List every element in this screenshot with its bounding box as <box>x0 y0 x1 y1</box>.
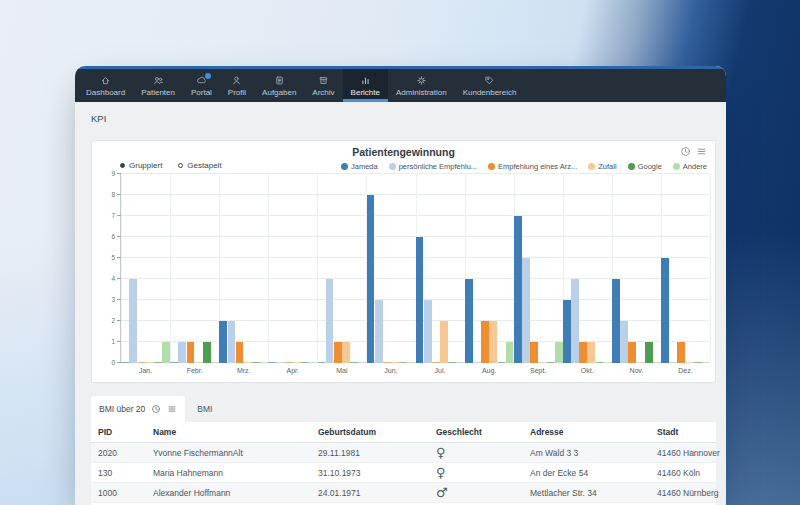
bar-Andere-Okt.[interactable] <box>604 362 612 363</box>
bar-Zufall-Jun.[interactable] <box>391 362 399 363</box>
bar-persönliche Empfehlu...-Aug.[interactable] <box>473 362 481 363</box>
bar-Google-Jun.[interactable] <box>399 362 407 363</box>
bar-Zufall-Mrz.[interactable] <box>244 362 252 363</box>
bar-Zufall-Jul.[interactable] <box>440 321 448 363</box>
table-row[interactable]: 1000 Alexander Hoffmann 24.01.1971 ♂ Met… <box>91 483 716 503</box>
bar-Empfehlung eines Arz...-Mai[interactable] <box>334 342 342 363</box>
legend-item[interactable]: persönliche Empfehlu... <box>389 162 477 171</box>
bar-Jameda-Aug.[interactable] <box>465 279 473 363</box>
menu-button[interactable] <box>696 146 707 157</box>
mode-option-gestapelt[interactable]: Gestapelt <box>178 161 221 170</box>
cell-geburtsdatum: 24.01.1971 <box>318 488 436 498</box>
bar-Andere-Sept.[interactable] <box>555 342 563 363</box>
bar-Andere-Mai[interactable] <box>358 362 366 363</box>
bar-persönliche Empfehlu...-Nov.[interactable] <box>620 321 628 363</box>
bar-persönliche Empfehlu...-Mrz.[interactable] <box>228 321 236 363</box>
bar-Empfehlung eines Arz...-Jul.[interactable] <box>432 362 440 363</box>
bar-persönliche Empfehlu...-Febr.[interactable] <box>178 342 186 363</box>
bar-Jameda-Jan.[interactable] <box>121 362 129 363</box>
bar-Empfehlung eines Arz...-Febr.[interactable] <box>187 342 195 363</box>
bar-Andere-Mrz.[interactable] <box>260 362 268 363</box>
bar-Jameda-Nov.[interactable] <box>612 279 620 363</box>
legend-item[interactable]: Andere <box>673 162 707 171</box>
bar-Empfehlung eines Arz...-Okt.[interactable] <box>579 342 587 363</box>
bar-Andere-Jun.[interactable] <box>408 362 416 363</box>
nav-item-kundenbereich[interactable]: Kundenbereich <box>455 69 525 102</box>
nav-item-portal[interactable]: Portal <box>183 69 220 102</box>
bar-Google-Nov.[interactable] <box>645 342 653 363</box>
bar-Empfehlung eines Arz...-Jun.[interactable] <box>383 362 391 363</box>
nav-item-administration[interactable]: Administration <box>388 69 455 102</box>
legend-item[interactable]: Google <box>628 162 662 171</box>
bar-persönliche Empfehlu...-Jul.[interactable] <box>424 300 432 363</box>
bar-Jameda-Apr.[interactable] <box>268 362 276 363</box>
bar-Zufall-Jan.[interactable] <box>146 362 154 363</box>
nav-item-patienten[interactable]: Patienten <box>133 69 183 102</box>
bar-persönliche Empfehlu...-Jun.[interactable] <box>375 300 383 363</box>
bar-Andere-Jan.[interactable] <box>162 342 170 363</box>
legend-item[interactable]: Empfehlung eines Arz... <box>488 162 577 171</box>
nav-item-profil[interactable]: Profil <box>220 69 254 102</box>
bar-Andere-Febr.[interactable] <box>211 362 219 363</box>
menu-button[interactable] <box>167 404 177 414</box>
bar-persönliche Empfehlu...-Dez.[interactable] <box>669 362 677 363</box>
bar-persönliche Empfehlu...-Apr.[interactable] <box>277 362 285 363</box>
bar-Empfehlung eines Arz...-Jan.[interactable] <box>138 362 146 363</box>
clock-button[interactable] <box>680 146 691 157</box>
bar-Empfehlung eines Arz...-Apr.[interactable] <box>285 362 293 363</box>
bar-Andere-Nov.[interactable] <box>653 362 661 363</box>
bar-Google-Jan.[interactable] <box>154 362 162 363</box>
bar-Google-Febr.[interactable] <box>203 342 211 363</box>
bar-Zufall-Mai[interactable] <box>342 342 350 363</box>
bar-Jameda-Mrz.[interactable] <box>219 321 227 363</box>
bar-Google-Okt.[interactable] <box>596 362 604 363</box>
bar-Google-Jul.[interactable] <box>448 362 456 363</box>
nav-item-berichte[interactable]: Berichte <box>343 69 388 102</box>
bar-Zufall-Aug.[interactable] <box>489 321 497 363</box>
bar-Zufall-Okt.[interactable] <box>587 342 595 363</box>
bar-Jameda-Jun.[interactable] <box>367 195 375 363</box>
nav-item-aufgaben[interactable]: Aufgaben <box>254 69 304 102</box>
bar-Andere-Apr.[interactable] <box>309 362 317 363</box>
bar-persönliche Empfehlu...-Mai[interactable] <box>326 279 334 363</box>
mode-option-gruppiert[interactable]: Gruppiert <box>120 161 162 170</box>
bar-Andere-Aug.[interactable] <box>506 342 514 363</box>
bar-Empfehlung eines Arz...-Mrz.[interactable] <box>236 342 244 363</box>
bar-Empfehlung eines Arz...-Sept.[interactable] <box>530 342 538 363</box>
bar-Google-Aug.[interactable] <box>498 362 506 363</box>
bar-persönliche Empfehlu...-Sept.[interactable] <box>522 258 530 363</box>
bar-persönliche Empfehlu...-Jan.[interactable] <box>129 279 137 363</box>
bar-Jameda-Febr.[interactable] <box>170 362 178 363</box>
tab-bmi[interactable]: BMI <box>185 396 224 422</box>
bar-Empfehlung eines Arz...-Nov.[interactable] <box>628 342 636 363</box>
bar-persönliche Empfehlu...-Okt.[interactable] <box>571 279 579 363</box>
clock-button[interactable] <box>151 404 161 414</box>
bar-Zufall-Apr.[interactable] <box>293 362 301 363</box>
bar-Google-Mrz.[interactable] <box>252 362 260 363</box>
tab-bmi-über-20[interactable]: BMI über 20 <box>91 396 185 422</box>
bar-Google-Apr.[interactable] <box>301 362 309 363</box>
legend-item[interactable]: Zufall <box>588 162 616 171</box>
table-row[interactable]: 130 Maria Hahnemann 31.10.1973 ♀ An der … <box>91 463 716 483</box>
nav-item-dashboard[interactable]: Dashboard <box>78 69 133 102</box>
nav-item-archiv[interactable]: Archiv <box>304 69 342 102</box>
bar-Zufall-Nov.[interactable] <box>637 362 645 363</box>
bar-Google-Dez.[interactable] <box>694 362 702 363</box>
bar-Google-Sept.[interactable] <box>547 362 555 363</box>
table-row[interactable]: 2020 Yvonne FischermannAlt 29.11.1981 ♀ … <box>91 443 716 463</box>
bar-Jameda-Mai[interactable] <box>318 362 326 363</box>
bar-Zufall-Febr.[interactable] <box>195 362 203 363</box>
bar-Andere-Jul.[interactable] <box>457 362 465 363</box>
legend-item[interactable]: Jameda <box>341 162 378 171</box>
bar-Andere-Dez.[interactable] <box>702 362 710 363</box>
bar-Zufall-Dez.[interactable] <box>686 362 694 363</box>
bar-Empfehlung eines Arz...-Aug.[interactable] <box>481 321 489 363</box>
bar-Zufall-Sept.[interactable] <box>538 362 546 363</box>
bar-Google-Mai[interactable] <box>350 362 358 363</box>
bar-Jameda-Sept.[interactable] <box>514 216 522 363</box>
bar-Jameda-Jul.[interactable] <box>416 237 424 363</box>
tasks-icon <box>274 75 285 86</box>
bar-Jameda-Okt.[interactable] <box>563 300 571 363</box>
bar-Empfehlung eines Arz...-Dez.[interactable] <box>677 342 685 363</box>
bar-Jameda-Dez.[interactable] <box>661 258 669 363</box>
